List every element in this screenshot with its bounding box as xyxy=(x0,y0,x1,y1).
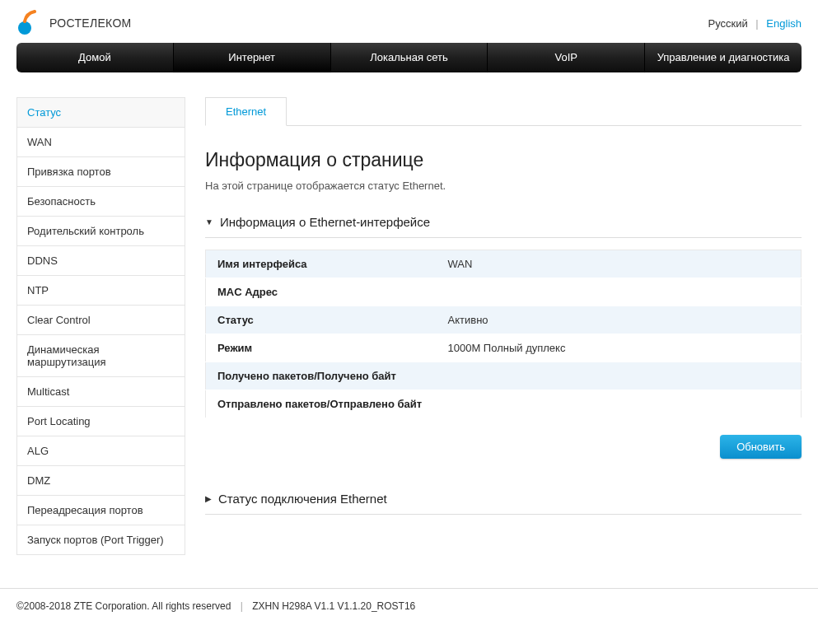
footer-model: ZXHN H298A V1.1 V1.1.20_ROST16 xyxy=(252,600,415,612)
table-row: MAC Адрес xyxy=(206,278,802,306)
triangle-right-icon: ▶ xyxy=(205,494,212,503)
table-row: Получено пакетов/Получено байт xyxy=(206,362,802,390)
lang-separator: | xyxy=(755,17,758,30)
tab-ethernet[interactable]: Ethernet xyxy=(205,97,287,126)
lang-russian[interactable]: Русский xyxy=(708,17,747,30)
page-title: Информация о странице xyxy=(205,149,802,171)
row-mac-val xyxy=(437,278,802,306)
section-connection-status-header[interactable]: ▶ Статус подключения Ethernet xyxy=(205,492,802,515)
ethernet-info-table: Имя интерфейса WAN MAC Адрес Статус Акти… xyxy=(205,250,802,418)
row-interface-name-val: WAN xyxy=(437,250,802,278)
sidebar-item-wan[interactable]: WAN xyxy=(16,128,185,157)
main-nav: Домой Интернет Локальная сеть VoIP Управ… xyxy=(16,43,802,72)
row-status-key: Статус xyxy=(206,306,437,334)
section-connection-status-title: Статус подключения Ethernet xyxy=(218,492,387,506)
logo-text: Ростелеком xyxy=(49,16,132,30)
page-description: На этой странице отображается статус Eth… xyxy=(205,180,802,192)
row-status-val: Активно xyxy=(437,306,802,334)
nav-home[interactable]: Домой xyxy=(16,43,174,72)
row-received-val xyxy=(437,362,802,390)
section-ethernet-info-header[interactable]: ▼ Информация о Ethernet-интерфейсе xyxy=(205,215,802,238)
sidebar-item-multicast[interactable]: Multicast xyxy=(16,377,185,407)
content-container: Статус WAN Привязка портов Безопасность … xyxy=(16,97,802,555)
tabs: Ethernet xyxy=(205,97,802,126)
footer-separator: | xyxy=(241,600,243,612)
sidebar-item-routing[interactable]: Динамическая маршрутизация xyxy=(16,335,185,377)
table-row: Отправлено пакетов/Отправлено байт xyxy=(206,390,802,418)
sidebar-item-clear-control[interactable]: Clear Control xyxy=(16,306,185,335)
row-sent-val xyxy=(437,390,802,418)
section-ethernet-info-title: Информация о Ethernet-интерфейсе xyxy=(220,215,430,229)
sidebar: Статус WAN Привязка портов Безопасность … xyxy=(16,97,185,555)
sidebar-item-dmz[interactable]: DMZ xyxy=(16,466,185,496)
logo: Ростелеком xyxy=(16,10,132,36)
table-row: Статус Активно xyxy=(206,306,802,334)
refresh-button[interactable]: Обновить xyxy=(720,435,802,459)
row-mode-key: Режим xyxy=(206,334,437,362)
header: Ростелеком Русский | English xyxy=(0,0,818,43)
sidebar-item-alg[interactable]: ALG xyxy=(16,436,185,466)
sidebar-item-port-locating[interactable]: Port Locating xyxy=(16,407,185,436)
sidebar-item-parental[interactable]: Родительский контроль xyxy=(16,217,185,246)
sidebar-item-port-binding[interactable]: Привязка портов xyxy=(16,157,185,187)
footer: ©2008-2018 ZTE Corporation. All rights r… xyxy=(0,588,818,623)
main-content: Ethernet Информация о странице На этой с… xyxy=(205,97,802,555)
footer-copyright: ©2008-2018 ZTE Corporation. All rights r… xyxy=(16,600,231,612)
row-mode-val: 1000M Полный дуплекс xyxy=(437,334,802,362)
nav-management[interactable]: Управление и диагностика xyxy=(645,43,802,72)
sidebar-item-ntp[interactable]: NTP xyxy=(16,276,185,306)
nav-voip[interactable]: VoIP xyxy=(488,43,645,72)
table-row: Режим 1000M Полный дуплекс xyxy=(206,334,802,362)
row-sent-key: Отправлено пакетов/Отправлено байт xyxy=(206,390,437,418)
nav-internet[interactable]: Интернет xyxy=(174,43,331,72)
button-row: Обновить xyxy=(205,435,802,459)
logo-icon xyxy=(16,10,43,36)
row-received-key: Получено пакетов/Получено байт xyxy=(206,362,437,390)
sidebar-item-port-forwarding[interactable]: Переадресация портов xyxy=(16,496,185,525)
lang-english[interactable]: English xyxy=(766,17,802,30)
sidebar-item-status[interactable]: Статус xyxy=(16,97,185,128)
sidebar-item-security[interactable]: Безопасность xyxy=(16,187,185,217)
sidebar-item-port-trigger[interactable]: Запуск портов (Port Trigger) xyxy=(16,525,185,555)
sidebar-item-ddns[interactable]: DDNS xyxy=(16,246,185,276)
svg-point-0 xyxy=(18,21,31,35)
triangle-down-icon: ▼ xyxy=(205,217,213,226)
table-row: Имя интерфейса WAN xyxy=(206,250,802,278)
row-interface-name-key: Имя интерфейса xyxy=(206,250,437,278)
row-mac-key: MAC Адрес xyxy=(206,278,437,306)
nav-lan[interactable]: Локальная сеть xyxy=(331,43,488,72)
language-switcher: Русский | English xyxy=(708,17,802,30)
